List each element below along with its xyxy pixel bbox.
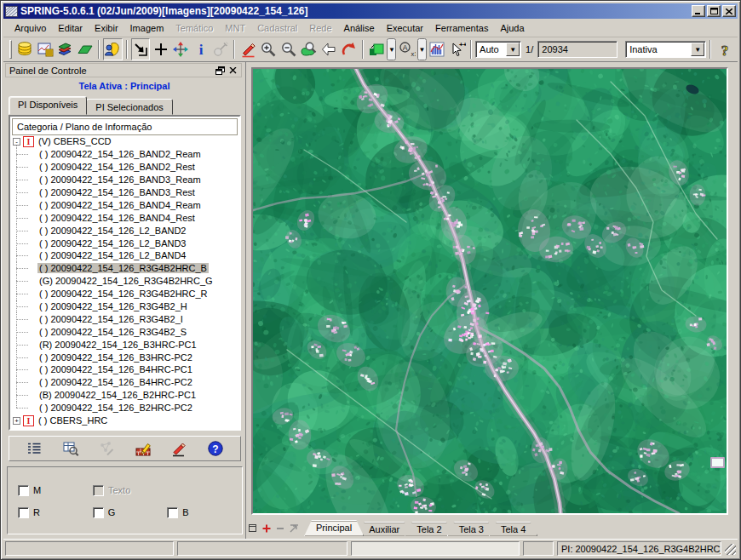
panel-help-button[interactable]: ? [204,437,227,460]
tree-row[interactable]: (R) 20090422_154_126_B3HRC-PC1 [12,338,238,351]
screen-detach-button[interactable] [288,523,300,534]
toolbar-grip[interactable] [9,40,12,59]
menu-ajuda[interactable]: Ajuda [494,20,530,36]
close-button[interactable] [722,5,736,17]
tree-row[interactable]: ( ) 20090422_154_126_BAND2_Rest [12,161,238,174]
title-bar[interactable]: SPRING-5.0.6.1 (02/Jun/2009)[Imagens][20… [3,3,738,19]
tree-row[interactable]: ( ) 20090422_154_126_BAND3_Rest [12,186,238,199]
tree-row[interactable]: ( ) 20090422_154_126_B3HRC-PC2 [12,351,238,363]
previous-view-button[interactable] [319,38,339,60]
edit-pencil-button[interactable] [238,38,258,60]
tree-row[interactable]: +I( ) CBERS_HRC [12,414,238,427]
help-button[interactable]: ? [715,38,734,60]
tree-row[interactable]: ( ) 20090422_154_126_R3G4B2HRC_R [12,288,238,300]
screen-tab-tela-3[interactable]: Tela 3 [447,522,496,536]
scale-mode-combobox[interactable]: Auto ▼ [475,41,521,58]
acquisition-dropdown-button[interactable]: ▼ [417,38,427,60]
screen-tab-tela-2[interactable]: Tela 2 [405,522,453,536]
expand-icon[interactable]: + [13,417,20,425]
tree-row[interactable]: ( ) 20090422_154_126_B4HRC-PC2 [12,376,238,389]
list-order-button[interactable] [22,437,46,460]
register-cursor-button[interactable]: ++ [448,38,468,60]
tree-row[interactable]: ( ) 20090422_154_126_B2HRC-PC2 [12,402,238,414]
crosshair-button[interactable] [151,38,170,60]
tree-row[interactable]: ( ) 20090422_154_126_L2_BAND2 [12,224,238,237]
combo-arrow-icon[interactable]: ▼ [691,43,704,56]
tree-row-label: ( ) 20090422_154_126_R3G4B2HRC_R [37,289,210,299]
menu-exibir[interactable]: Exibir [89,20,124,36]
acquisition-button[interactable]: A x1 [397,38,416,60]
screen-tab-principal[interactable]: Principal [304,520,364,536]
table-magnifier-icon [62,440,79,457]
combo-arrow-icon[interactable]: ▼ [506,43,520,56]
pan-button[interactable] [171,38,191,60]
scale-dropdown-button[interactable]: ▼ [387,38,396,60]
tree-row[interactable]: ( ) 20090422_154_126_L2_BAND4 [12,249,238,262]
satellite-image[interactable] [253,69,727,513]
maximize-button[interactable] [707,5,721,17]
collapse-icon[interactable]: - [13,138,20,146]
dock-close-button[interactable] [227,65,239,76]
tree-row[interactable]: (B) 20090422_154_126_B2HRC-PC1 [12,389,238,402]
menu-editar[interactable]: Editar [52,20,89,36]
menu-analise[interactable]: Análise [338,20,381,36]
info-button[interactable]: i [191,38,210,60]
undo-view-button[interactable] [339,38,359,60]
pixel-edit-button[interactable] [167,437,191,460]
zoom-area-button[interactable] [299,38,319,60]
screen-tab-tela-4[interactable]: Tela 4 [489,522,537,536]
control-panel-button[interactable] [103,38,123,60]
checkbox-r[interactable]: R [18,507,93,518]
tree-row[interactable]: ( ) 20090422_154_126_BAND4_Rest [12,211,238,224]
layers-button[interactable] [55,38,75,60]
edition-combobox[interactable]: Inativa ▼ [625,41,706,58]
menu-executar[interactable]: Executar [381,20,429,36]
resize-grip[interactable] [725,544,736,555]
checkbox-box[interactable] [167,507,178,518]
zoom-out-button[interactable] [279,38,299,60]
tree-row[interactable]: ( ) 20090422_154_126_R3G4B2_H [12,300,238,313]
table-view-button[interactable] [59,437,83,460]
tree-row[interactable]: ( ) 20090422_154_126_L2_BAND3 [12,237,238,249]
screen-add-button[interactable] [261,523,273,534]
tree-row[interactable]: ( ) 20090422_154_126_BAND3_Ream [12,174,238,186]
zoom-in-button[interactable] [259,38,279,60]
network-edit-icon [98,440,115,457]
tab-pi-selecionados[interactable]: PI Selecionados [86,99,173,115]
screen-tab-auxiliar[interactable]: Auxiliar [357,522,411,536]
tab-pi-dispon-veis[interactable]: PI Disponíveis [9,96,87,115]
contrast-button[interactable] [428,38,447,60]
tree-row[interactable]: ( ) 20090422_154_126_R3G4B2HRC_B [12,262,238,275]
cadastral-edit-button[interactable] [131,437,155,460]
checkbox-g[interactable]: G [93,507,168,518]
minimize-button[interactable] [692,5,705,17]
plane-button[interactable] [76,38,95,60]
checkbox-box[interactable] [18,507,29,518]
cursor-mode-button[interactable] [131,38,151,60]
tree-row[interactable]: ( ) 20090422_154_126_BAND4_Ream [12,198,238,211]
database-button[interactable] [15,38,35,60]
dock-title-bar[interactable]: Painel de Controle [5,63,242,77]
dock-float-button[interactable] [214,65,227,76]
tree-row[interactable]: ( ) 20090422_154_126_B4HRC-PC1 [12,363,238,376]
menu-bar: ArquivoEditarExibirImagemTemáticoMNTCada… [3,19,738,37]
checkbox-m[interactable]: M [18,485,93,496]
checkbox-box[interactable] [93,507,104,518]
checkbox-box[interactable] [18,485,29,496]
menu-arquivo[interactable]: Arquivo [9,20,52,36]
tree-row[interactable]: ( ) 20090422_154_126_R3G4B2_I [12,312,238,325]
scale-button[interactable] [367,38,387,60]
help-icon: ? [716,41,733,58]
checkbox-b[interactable]: B [167,507,242,518]
menu-imagem[interactable]: Imagem [124,20,170,36]
tree-row[interactable]: -I(V) CBERS_CCD [12,135,238,148]
tree-row[interactable]: ( ) 20090422_154_126_BAND2_Ream [12,148,238,161]
screen-remove-button[interactable] [274,523,286,534]
screen-restore-button[interactable] [247,523,259,534]
scale-value-field[interactable]: 20934 [537,41,618,58]
checkbox-texto: Texto [93,485,168,496]
tree-row[interactable]: (G) 20090422_154_126_R3G4B2HRC_G [12,275,238,288]
project-button[interactable] [35,38,55,60]
tree-row[interactable]: ( ) 20090422_154_126_R3G4B2_S [12,325,238,338]
menu-ferramentas[interactable]: Ferramentas [429,20,494,36]
